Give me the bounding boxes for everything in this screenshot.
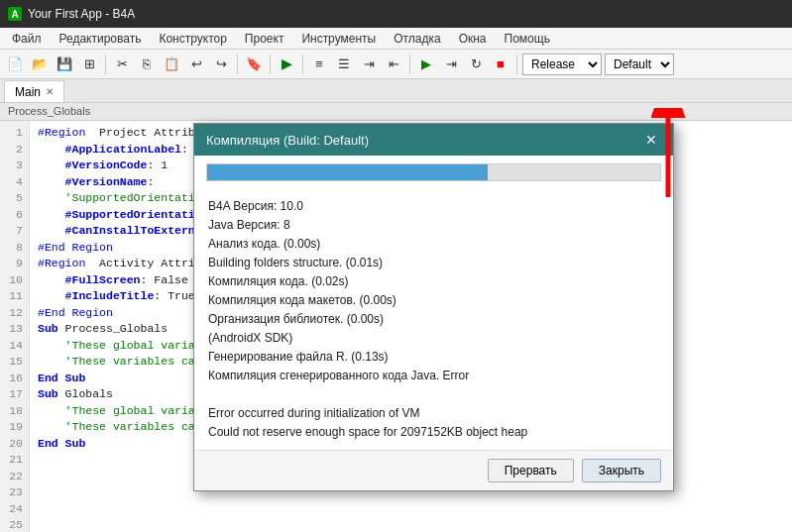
sep1: [105, 54, 106, 74]
log-line-8: (AndroidX SDK): [208, 329, 659, 348]
dialog-progress-area: [194, 156, 673, 189]
menu-edit[interactable]: Редактировать: [52, 30, 150, 48]
sep3: [270, 54, 271, 74]
cancel-button[interactable]: Прервать: [488, 459, 574, 482]
new-button[interactable]: 📄: [4, 53, 26, 75]
save-button[interactable]: 💾: [54, 53, 75, 75]
log-line-11: [208, 385, 659, 404]
dialog-title-text: Компиляция (Build: Default): [206, 133, 369, 148]
dialog-title-bar: Компиляция (Build: Default) ✕: [194, 124, 673, 156]
menu-project[interactable]: Проект: [237, 30, 292, 48]
close-button[interactable]: Закрыть: [582, 459, 661, 482]
title-bar: A Your First App - B4A: [0, 0, 792, 28]
align-left[interactable]: ≡: [308, 53, 330, 75]
sep2: [237, 54, 238, 74]
sep5: [409, 54, 410, 74]
format-btn[interactable]: ⇥: [358, 53, 380, 75]
dialog-footer: Прервать Закрыть: [194, 450, 673, 490]
log-line-7: Организация библиотек. (0.00s): [208, 310, 659, 329]
cut-button[interactable]: ✂: [111, 53, 133, 75]
dialog-overlay: Компиляция (Build: Default) ✕ B4A Версия…: [0, 103, 792, 532]
menu-tools[interactable]: Инструменты: [293, 30, 384, 48]
stop-btn[interactable]: ■: [490, 53, 511, 75]
log-line-12: Error occurred during initialization of …: [208, 404, 659, 423]
sep4: [302, 54, 303, 74]
undo-button[interactable]: ↩: [185, 53, 207, 75]
log-line-6: Компиляция кода макетов. (0.00s): [208, 291, 659, 310]
compilation-dialog: Компиляция (Build: Default) ✕ B4A Версия…: [193, 123, 674, 491]
main-area: Process_Globals 12345 678910 1112131415 …: [0, 103, 792, 532]
log-line-4: Building folders structure. (0.01s): [208, 254, 659, 272]
progress-bar-container: [206, 163, 661, 181]
progress-bar-fill: [207, 164, 488, 180]
menu-file[interactable]: Файл: [4, 30, 50, 48]
run-button[interactable]: ▶: [276, 53, 297, 75]
log-line-13: Could not reserve enough space for 20971…: [208, 423, 659, 442]
menu-windows[interactable]: Окна: [451, 30, 495, 48]
log-line-1: B4A Версия: 10.0: [208, 197, 659, 216]
step-btn[interactable]: ⇥: [440, 53, 462, 75]
device-dropdown[interactable]: Default: [605, 53, 674, 75]
bookmark-button[interactable]: 🔖: [243, 53, 265, 75]
copy-button[interactable]: ⎘: [136, 53, 158, 75]
tab-main-label: Main: [15, 85, 41, 99]
toolbar: 📄 📂 💾 ⊞ ✂ ⎘ 📋 ↩ ↪ 🔖 ▶ ≡ ☰ ⇥ ⇤ ▶ ⇥ ↻ ■ Re…: [0, 50, 792, 79]
log-line-10: Компиляция сгенерированного кода Java. E…: [208, 367, 659, 385]
log-line-2: Java Версия: 8: [208, 216, 659, 235]
build-mode-dropdown[interactable]: Release Debug: [522, 53, 602, 75]
menu-help[interactable]: Помощь: [497, 30, 558, 48]
dialog-close-button[interactable]: ✕: [641, 130, 661, 150]
tab-main-close[interactable]: ✕: [46, 86, 54, 97]
tab-main[interactable]: Main ✕: [4, 80, 64, 102]
grid-button[interactable]: ⊞: [78, 53, 100, 75]
menu-constructor[interactable]: Конструктор: [151, 30, 234, 48]
log-line-3: Анализ кода. (0.00s): [208, 235, 659, 254]
app-icon: A: [8, 7, 22, 21]
paste-button[interactable]: 📋: [161, 53, 182, 75]
open-button[interactable]: 📂: [29, 53, 51, 75]
window-title: Your First App - B4A: [28, 7, 135, 21]
tab-bar: Main ✕: [0, 79, 792, 103]
log-line-5: Компиляция кода. (0.02s): [208, 272, 659, 291]
format-btn2[interactable]: ⇤: [383, 53, 404, 75]
step2-btn[interactable]: ↻: [465, 53, 487, 75]
play-btn[interactable]: ▶: [415, 53, 437, 75]
dialog-body: B4A Версия: 10.0 Java Версия: 8 Анализ к…: [194, 189, 673, 450]
menu-bar: Файл Редактировать Конструктор Проект Ин…: [0, 28, 792, 50]
redo-button[interactable]: ↪: [210, 53, 232, 75]
log-line-9: Генерирование файла R. (0.13s): [208, 348, 659, 367]
sep6: [516, 54, 517, 74]
menu-debug[interactable]: Отладка: [386, 30, 448, 48]
editor-container: Process_Globals 12345 678910 1112131415 …: [0, 103, 792, 532]
align-center[interactable]: ☰: [333, 53, 355, 75]
